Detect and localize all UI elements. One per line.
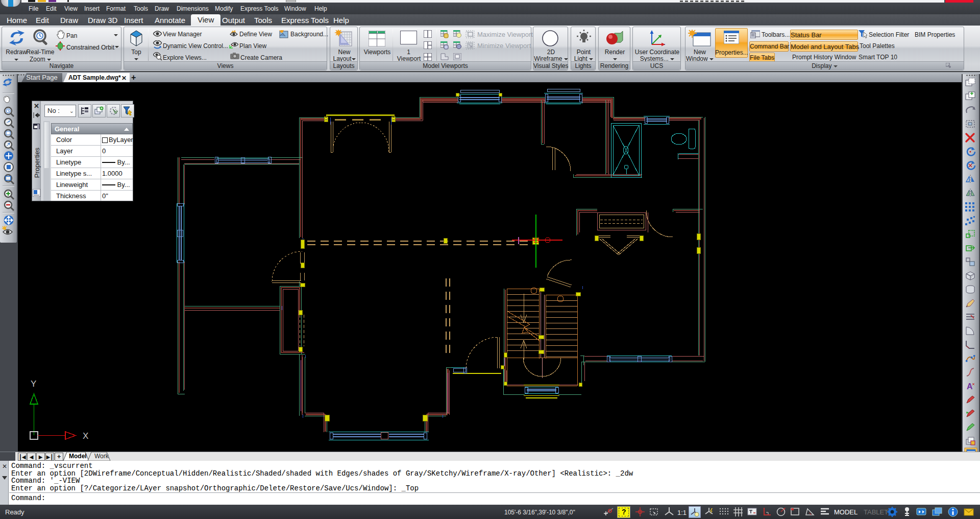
svg-text:A: A (967, 382, 973, 391)
svg-text:X: X (83, 431, 88, 441)
svg-text:Y: Y (31, 379, 36, 389)
